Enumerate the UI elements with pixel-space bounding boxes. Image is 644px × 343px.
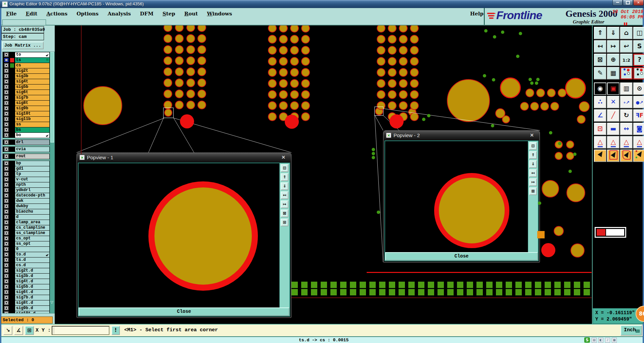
layer-label[interactable]: bp xyxy=(15,161,50,166)
layer-checkbox[interactable] xyxy=(4,215,8,219)
layer-label[interactable]: sig8t.d xyxy=(15,300,50,306)
previous-view-icon[interactable]: ↩ xyxy=(620,40,633,53)
layer-row-sig11b[interactable]: sig11b xyxy=(3,116,50,122)
layer-row-0[interactable]: 0 xyxy=(3,246,50,252)
layer-label[interactable]: sig2t xyxy=(15,68,50,74)
ruler-icon[interactable]: ▥ xyxy=(620,82,633,95)
zoom-drag-icon[interactable]: ↘ xyxy=(3,326,12,335)
layer-checkbox[interactable] xyxy=(4,106,8,110)
net-compare-icon[interactable] xyxy=(633,67,644,79)
layer-checkbox[interactable] xyxy=(4,258,8,262)
layer-row-sig4t[interactable]: sig4t xyxy=(3,79,50,84)
layer-checkbox[interactable] xyxy=(4,279,8,283)
layer-row-ts.d[interactable]: ts.d xyxy=(3,257,50,263)
layer-checkbox[interactable] xyxy=(4,252,8,256)
select-feature-icon[interactable]: ◉ xyxy=(594,82,606,95)
layer-row-tp[interactable]: tp xyxy=(3,171,50,177)
close-button[interactable]: ✕ xyxy=(633,0,644,6)
popview-2-viewport[interactable]: ⊡⇑⇓↤↦⊠ Close xyxy=(384,140,539,261)
layer-label[interactable]: bs xyxy=(15,127,50,133)
layer-checkbox[interactable] xyxy=(4,247,8,251)
layer-checkbox[interactable] xyxy=(4,133,8,137)
reshape-feature-icon[interactable]: ▣ xyxy=(607,82,619,95)
layer-row-rout[interactable]: rout xyxy=(3,154,50,159)
layer-label[interactable]: datecode-pth xyxy=(15,193,50,198)
layer-label[interactable]: dwk xyxy=(15,198,50,204)
clip-down-icon[interactable]: ⇓ xyxy=(281,182,288,190)
clearance-check-icon-4[interactable]: △ xyxy=(633,136,644,149)
layer-checkbox[interactable] xyxy=(4,242,8,246)
fit-view-icon[interactable]: ⊠ xyxy=(529,187,537,195)
layer-label[interactable]: to.d xyxy=(15,252,50,258)
layer-label[interactable]: sig6t xyxy=(15,90,50,95)
menu-item-edit[interactable]: Edit xyxy=(26,11,38,17)
layer-row-sig6t[interactable]: sig6t xyxy=(3,90,50,95)
layer-label[interactable]: bo xyxy=(15,132,50,138)
select-poly-icon[interactable] xyxy=(620,150,633,162)
layer-label[interactable]: sig4t.d xyxy=(15,279,50,284)
layer-row-sig7b[interactable]: sig7b xyxy=(3,95,50,100)
delete-feature-icon[interactable]: ✕ xyxy=(607,96,619,108)
layer-row-sig10t[interactable]: sig10t xyxy=(3,111,50,116)
layer-checkbox[interactable] xyxy=(4,122,8,126)
layer-row-sig3b.d[interactable]: sig3b.d xyxy=(3,273,50,279)
layer-label[interactable]: sig9b xyxy=(15,106,50,111)
clearance-check-icon-2[interactable]: △ xyxy=(607,136,619,149)
segment-icon[interactable]: ▬ xyxy=(607,123,619,135)
whats-this-icon[interactable]: ? xyxy=(633,54,644,66)
layer-checkbox[interactable] xyxy=(4,263,8,267)
popview-window-icon[interactable]: ⊡ xyxy=(529,142,537,150)
layer-checkbox[interactable] xyxy=(4,231,8,235)
layer-checkbox[interactable] xyxy=(4,74,8,78)
layer-label[interactable]: cs_clampline xyxy=(15,225,50,231)
clip-down-icon[interactable]: ⇓ xyxy=(529,160,537,168)
pan-right-icon[interactable]: ↦ xyxy=(281,201,288,208)
popview-1-window[interactable]: ✕ Popview - 1 ✕ ⊡⇑⇓↤↦⊠⊞ Close xyxy=(77,153,291,318)
layer-scrollbar[interactable]: ▽ xyxy=(50,52,54,313)
popview-1-titlebar[interactable]: ✕ Popview - 1 ✕ xyxy=(77,153,291,162)
layer-label[interactable]: sig11b xyxy=(15,116,50,122)
popview-2-window[interactable]: ✕ Popview - 2 ✕ ⊡⇑⇓↤↦⊠ Close xyxy=(383,130,540,263)
menu-item-dfm[interactable]: DFM xyxy=(140,11,153,17)
layer-label[interactable]: cs xyxy=(15,63,50,68)
layer-row-bs[interactable]: bs xyxy=(3,127,50,132)
select-pointer-icon[interactable] xyxy=(594,150,606,162)
layer-label[interactable]: 0 xyxy=(15,246,50,252)
popview-2-close-icon[interactable]: ✕ xyxy=(527,131,536,139)
layer-label[interactable]: sig10t.d xyxy=(15,311,50,314)
clipboard-up-icon[interactable]: ⇑ xyxy=(594,27,606,39)
layer-checkbox[interactable] xyxy=(4,274,8,278)
layer-checkbox[interactable] xyxy=(4,117,8,121)
layer-row-ydkdrl[interactable]: ydkdrl xyxy=(3,187,50,193)
layer-row-datecode-pth[interactable]: datecode-pth xyxy=(3,193,50,198)
layer-row-ss[interactable]: ss xyxy=(3,122,50,127)
layer-checkbox[interactable] xyxy=(4,210,8,214)
layer-checkbox[interactable] xyxy=(4,311,8,313)
layer-checkbox[interactable] xyxy=(4,301,8,305)
layer-label[interactable]: cs_opt xyxy=(15,236,50,241)
layer-row-sig5b[interactable]: sig5b xyxy=(3,84,50,90)
tray-icon[interactable]: ▦ xyxy=(612,338,617,343)
layer-checkbox[interactable] xyxy=(4,69,8,73)
clearance-check-icon-1[interactable]: △ xyxy=(594,136,606,149)
layer-label[interactable]: ss_clampline xyxy=(15,230,50,236)
popview-1-viewport[interactable]: ⊡⇑⇓↤↦⊠⊞ Close xyxy=(78,163,290,317)
home-view-icon[interactable]: ⌂ xyxy=(620,27,633,39)
layer-checkbox[interactable] xyxy=(4,112,8,116)
clip-up-icon[interactable]: ⇑ xyxy=(529,151,537,159)
tray-s-icon[interactable]: S xyxy=(584,337,590,343)
layer-row-sig8t.d[interactable]: sig8t.d xyxy=(3,300,50,305)
layer-label[interactable]: clamp_area xyxy=(15,220,50,225)
layer-label[interactable]: ts.d xyxy=(15,257,50,263)
clearance-check-icon-3[interactable]: △ xyxy=(620,136,633,149)
fit-view-icon[interactable]: ⊠ xyxy=(281,210,288,217)
layer-row-sig7b.d[interactable]: sig7b.d xyxy=(3,295,50,300)
layer-label[interactable]: gd1 xyxy=(15,166,50,172)
layer-label[interactable]: sig2t.d xyxy=(15,268,50,274)
layer-label[interactable]: biaozhu xyxy=(15,209,50,215)
layer-checkbox[interactable] xyxy=(4,101,8,105)
grid-icon[interactable]: ⊞ xyxy=(281,219,288,226)
layer-label[interactable]: rout xyxy=(15,154,50,159)
layer-label[interactable]: sig5b.d xyxy=(15,284,50,290)
popview-2-titlebar[interactable]: ✕ Popview - 2 ✕ xyxy=(383,131,540,140)
